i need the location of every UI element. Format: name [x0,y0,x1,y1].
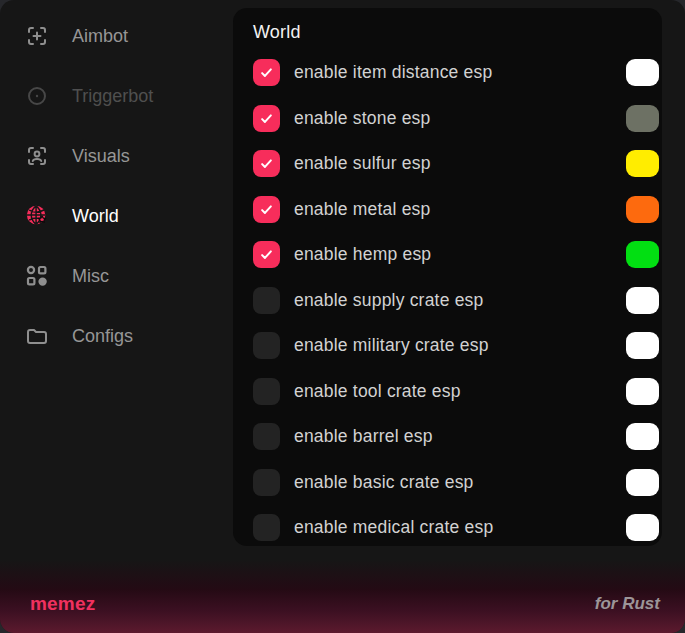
esp-row-list: enable item distance esp enable stone es… [253,50,659,546]
cheat-menu-window: Aimbot Triggerbot Visuals [0,0,685,633]
esp-setting-row: enable hemp esp [253,232,659,278]
footer-tagline: for Rust [595,594,660,614]
esp-setting-row: enable supply crate esp [253,278,659,324]
sidebar-item-triggerbot[interactable]: Triggerbot [0,66,233,126]
esp-color-swatch[interactable] [626,378,659,405]
checkmark-icon [259,247,274,262]
checkmark-icon [259,65,274,80]
sidebar-item-misc[interactable]: Misc [0,246,233,306]
esp-setting-row: enable military crate esp [253,323,659,369]
sidebar-item-label: Aimbot [72,26,128,47]
esp-color-swatch[interactable] [626,287,659,314]
esp-setting-row: enable tool crate esp [253,369,659,415]
esp-checkbox[interactable] [253,59,280,86]
esp-row-label: enable supply crate esp [294,290,626,311]
esp-color-swatch[interactable] [626,105,659,132]
brand-name: memez [30,593,95,615]
esp-checkbox[interactable] [253,196,280,223]
esp-setting-row: enable basic crate esp [253,460,659,506]
sidebar: Aimbot Triggerbot Visuals [0,6,233,366]
esp-setting-row: enable item distance esp [253,50,659,96]
esp-checkbox[interactable] [253,469,280,496]
esp-row-label: enable barrel esp [294,426,626,447]
sidebar-item-label: Configs [72,326,133,347]
world-icon [25,204,49,228]
configs-icon [25,324,49,348]
esp-color-swatch[interactable] [626,332,659,359]
triggerbot-icon [25,84,49,108]
visuals-icon [25,144,49,168]
panel-title: World [253,22,659,43]
checkmark-icon [259,156,274,171]
esp-color-swatch[interactable] [626,241,659,268]
esp-row-label: enable metal esp [294,199,626,220]
esp-color-swatch[interactable] [626,423,659,450]
esp-setting-row: enable medical crate esp [253,505,659,546]
sidebar-item-configs[interactable]: Configs [0,306,233,366]
esp-row-label: enable sulfur esp [294,153,626,174]
esp-checkbox[interactable] [253,332,280,359]
esp-row-label: enable medical crate esp [294,517,626,538]
sidebar-item-aimbot[interactable]: Aimbot [0,6,233,66]
esp-row-label: enable hemp esp [294,244,626,265]
esp-color-swatch[interactable] [626,59,659,86]
esp-color-swatch[interactable] [626,514,659,541]
world-panel: World enable item distance esp enable st… [233,8,662,546]
esp-row-label: enable tool crate esp [294,381,626,402]
esp-checkbox[interactable] [253,150,280,177]
sidebar-item-label: Triggerbot [72,86,153,107]
esp-setting-row: enable stone esp [253,96,659,142]
esp-checkbox[interactable] [253,378,280,405]
esp-row-label: enable stone esp [294,108,626,129]
footer-bar: memez for Rust [0,560,685,633]
esp-checkbox[interactable] [253,423,280,450]
esp-setting-row: enable metal esp [253,187,659,233]
sidebar-item-label: Visuals [72,146,130,167]
esp-color-swatch[interactable] [626,150,659,177]
checkmark-icon [259,202,274,217]
esp-color-swatch[interactable] [626,469,659,496]
esp-checkbox[interactable] [253,514,280,541]
esp-checkbox[interactable] [253,287,280,314]
esp-row-label: enable military crate esp [294,335,626,356]
esp-row-label: enable item distance esp [294,62,626,83]
misc-icon [25,264,49,288]
sidebar-item-label: World [72,206,119,227]
esp-setting-row: enable sulfur esp [253,141,659,187]
sidebar-item-world[interactable]: World [0,186,233,246]
sidebar-item-visuals[interactable]: Visuals [0,126,233,186]
esp-row-label: enable basic crate esp [294,472,626,493]
sidebar-item-label: Misc [72,266,109,287]
esp-setting-row: enable barrel esp [253,414,659,460]
checkmark-icon [259,111,274,126]
esp-color-swatch[interactable] [626,196,659,223]
aimbot-icon [25,24,49,48]
esp-checkbox[interactable] [253,241,280,268]
esp-checkbox[interactable] [253,105,280,132]
